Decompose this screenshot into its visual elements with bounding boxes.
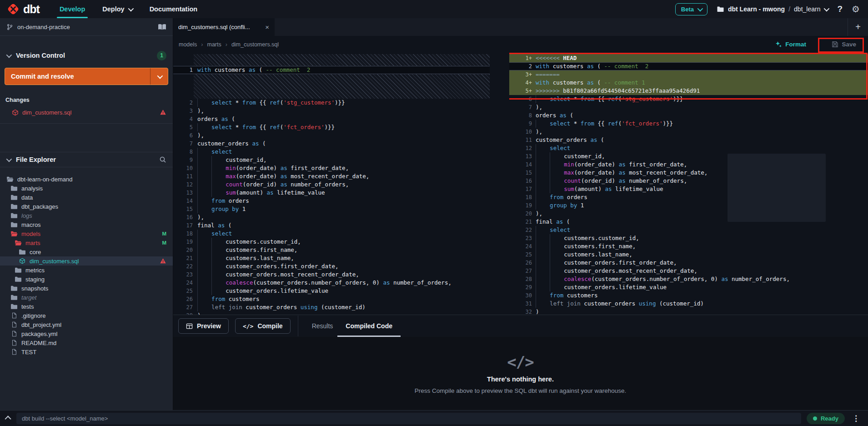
code-line-12[interactable]: 12 count(order_id) as number_of_orders, bbox=[173, 180, 490, 189]
code-line-17[interactable]: 17final as ( bbox=[173, 221, 490, 230]
code-line-8[interactable]: 8 select bbox=[173, 148, 490, 156]
code-line-28[interactable]: 28) bbox=[173, 311, 490, 315]
breadcrumb-models[interactable]: models bbox=[179, 41, 197, 48]
code-line-27[interactable]: 27 customer_orders.most_recent_order_dat… bbox=[509, 267, 868, 275]
code-line-2[interactable]: 2 select * from {{ ref('stg_customers')}… bbox=[173, 99, 490, 107]
status-badge[interactable]: Ready bbox=[807, 413, 845, 424]
beta-toggle[interactable]: Beta bbox=[675, 3, 707, 15]
version-control-header[interactable]: Version Control 1 bbox=[0, 49, 173, 62]
code-line-3[interactable]: 3), bbox=[173, 107, 490, 115]
code-line-6[interactable]: 6 select * from {{ ref('stg_customers')}… bbox=[509, 95, 868, 103]
new-tab-button[interactable]: + bbox=[848, 18, 868, 36]
code-line-7[interactable]: 7), bbox=[509, 103, 868, 111]
tree-item-.gitignore[interactable]: .gitignore bbox=[0, 311, 173, 320]
code-line-28[interactable]: 28 coalesce(customer_orders.number_of_or… bbox=[509, 275, 868, 283]
code-line-26[interactable]: 26 customer_orders.first_order_date, bbox=[509, 259, 868, 267]
code-line-18[interactable]: 18 select bbox=[173, 230, 490, 238]
gear-icon[interactable]: ⚙ bbox=[852, 5, 860, 14]
code-line-10[interactable]: 10), bbox=[509, 128, 868, 136]
code-line-6[interactable]: 6), bbox=[173, 131, 490, 140]
code-line-24[interactable]: 24 coalesce(customer_orders.number_of_or… bbox=[173, 279, 490, 287]
tree-item-metrics[interactable]: metrics bbox=[0, 266, 173, 275]
tab-dim-customers[interactable]: dim_customers.sql (confli... × bbox=[173, 18, 275, 36]
tree-item-README.md[interactable]: README.md bbox=[0, 338, 173, 347]
changed-file-row[interactable]: dim_customers.sql bbox=[0, 107, 173, 118]
file-explorer-header[interactable]: File Explorer bbox=[0, 152, 173, 167]
tree-item-target[interactable]: target bbox=[0, 293, 173, 302]
code-line-21[interactable]: 21 customers.last_name, bbox=[173, 254, 490, 262]
code-line-31[interactable]: 31 left join customer_orders using (cust… bbox=[509, 300, 868, 308]
code-line-24[interactable]: 24 customers.first_name, bbox=[509, 242, 868, 251]
code-line-4[interactable]: 4+with customers as ( -- comment 1 bbox=[509, 79, 868, 87]
preview-button[interactable]: Preview bbox=[178, 318, 229, 334]
tree-item-logs[interactable]: logs bbox=[0, 211, 173, 220]
tree-item-dbt_project.yml[interactable]: dbt_project.yml bbox=[0, 320, 173, 329]
tree-item-marts[interactable]: martsM bbox=[0, 238, 173, 247]
code-line-25[interactable]: 25 customer_orders.lifetime_value bbox=[173, 287, 490, 295]
tree-item-snapshots[interactable]: snapshots bbox=[0, 284, 173, 293]
command-input[interactable] bbox=[16, 413, 801, 424]
code-line-12[interactable]: 12 select bbox=[509, 144, 868, 152]
code-line-30[interactable]: 30 from customers bbox=[509, 291, 868, 300]
code-line-25[interactable]: 25 customers.last_name, bbox=[509, 251, 868, 259]
nav-deploy[interactable]: Deploy bbox=[102, 0, 132, 18]
code-line-2[interactable]: 2with customers as ( -- comment 2 bbox=[509, 62, 868, 70]
code-line-19[interactable]: 19 customers.customer_id, bbox=[173, 238, 490, 246]
code-line-13[interactable]: 13 sum(amount) as lifetime_value bbox=[173, 189, 490, 197]
tree-item-data[interactable]: data bbox=[0, 193, 173, 202]
code-line-11[interactable]: 11customer_orders as ( bbox=[509, 136, 868, 144]
chevron-up-icon[interactable] bbox=[5, 416, 11, 422]
code-line-7[interactable]: 7customer_orders as ( bbox=[173, 140, 490, 148]
code-line-27[interactable]: 27 left join customer_orders using (cust… bbox=[173, 303, 490, 311]
tree-item-packages.yml[interactable]: packages.yml bbox=[0, 329, 173, 338]
nav-develop[interactable]: Develop bbox=[60, 0, 85, 18]
tree-item-dim_customers.sql[interactable]: dim_customers.sql bbox=[0, 256, 173, 266]
code-line-22[interactable]: 22 select bbox=[509, 226, 868, 234]
tree-item-core[interactable]: core bbox=[0, 247, 173, 256]
code-line-9[interactable]: 9 select * from {{ ref('fct_orders')}} bbox=[509, 120, 868, 128]
code-line-32[interactable]: 32) bbox=[509, 308, 868, 315]
code-line-22[interactable]: 22 customer_orders.first_order_date, bbox=[173, 262, 490, 271]
code-line-16[interactable]: 16), bbox=[173, 213, 490, 221]
tree-item-TEST[interactable]: TEST bbox=[0, 347, 173, 356]
tab-compiled-code[interactable]: Compiled Code bbox=[339, 315, 399, 337]
tree-item-macros[interactable]: macros bbox=[0, 220, 173, 229]
code-line-10[interactable]: 10 min(order_date) as first_order_date, bbox=[173, 164, 490, 172]
search-icon[interactable] bbox=[159, 156, 166, 163]
code-line-3[interactable]: 3+======= bbox=[509, 70, 868, 79]
branch-selector[interactable]: on-demand-practice bbox=[0, 18, 173, 36]
code-line-5[interactable]: 5 select * from {{ ref('fct_orders')}} bbox=[173, 123, 490, 131]
tab-results[interactable]: Results bbox=[306, 315, 340, 337]
tree-item-analysis[interactable]: analysis bbox=[0, 184, 173, 193]
code-line-15[interactable]: 15 group by 1 bbox=[173, 205, 490, 213]
editor-pane-left[interactable]: 1with customers as ( -- comment 22 selec… bbox=[173, 53, 490, 315]
breadcrumb-marts[interactable]: marts bbox=[207, 41, 221, 48]
tree-item-models[interactable]: modelsM bbox=[0, 229, 173, 238]
code-line-26[interactable]: 26 from customers bbox=[173, 295, 490, 303]
account-project-switcher[interactable]: dbt Learn - mwong / dbt_learn bbox=[717, 5, 828, 13]
code-line-8[interactable]: 8orders as ( bbox=[509, 111, 868, 120]
breadcrumb-file[interactable]: dim_customers.sql bbox=[231, 41, 279, 48]
dbt-logo[interactable]: dbt bbox=[0, 2, 44, 16]
save-button[interactable]: Save bbox=[832, 36, 856, 53]
code-line-14[interactable]: 14 from orders bbox=[173, 197, 490, 205]
editor-pane-right[interactable]: 1+<<<<<<< HEAD2with customers as ( -- co… bbox=[509, 53, 868, 315]
docs-book-icon[interactable] bbox=[158, 24, 166, 30]
code-line-4[interactable]: 4orders as ( bbox=[173, 115, 490, 123]
code-editor[interactable]: 1with customers as ( -- comment 22 selec… bbox=[173, 53, 868, 315]
kebab-menu-icon[interactable]: ⋮ bbox=[850, 414, 862, 423]
compile-button[interactable]: </> Compile bbox=[235, 318, 291, 334]
code-line-9[interactable]: 9 customer_id, bbox=[173, 156, 490, 164]
code-line-5[interactable]: 5+>>>>>>> b81f802a66fd544504c65721e3ffaa… bbox=[509, 87, 868, 95]
tree-item-tests[interactable]: tests bbox=[0, 302, 173, 311]
code-line-1[interactable]: 1with customers as ( -- comment 2 bbox=[173, 66, 490, 74]
tree-item-dbt_packages[interactable]: dbt_packages bbox=[0, 202, 173, 211]
code-line-29[interactable]: 29 customer_orders.lifetime_value bbox=[509, 283, 868, 291]
commit-dropdown-toggle[interactable] bbox=[150, 68, 168, 85]
code-line-23[interactable]: 23 customers.customer_id, bbox=[509, 234, 868, 242]
help-icon[interactable]: ? bbox=[837, 4, 843, 14]
tree-item-staging[interactable]: staging bbox=[0, 275, 173, 284]
format-button[interactable]: Format bbox=[775, 36, 806, 53]
close-icon[interactable]: × bbox=[265, 23, 269, 31]
code-line-23[interactable]: 23 customer_orders.most_recent_order_dat… bbox=[173, 271, 490, 279]
